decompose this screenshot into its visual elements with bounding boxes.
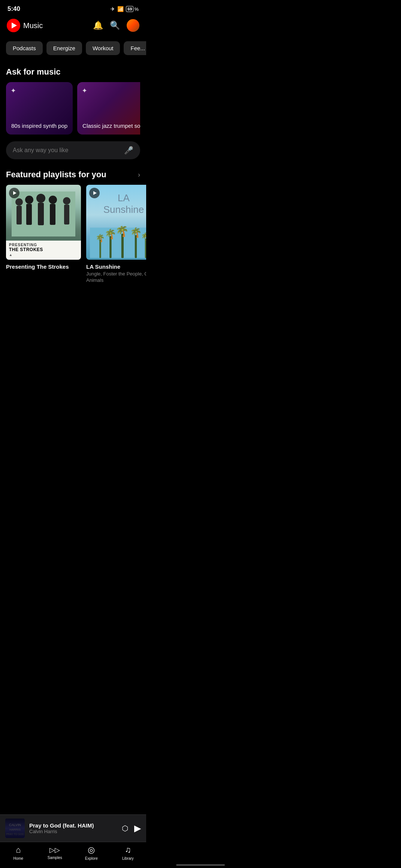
svg-point-5 xyxy=(36,194,45,203)
svg-point-9 xyxy=(63,197,70,205)
play-icon-strokes xyxy=(13,191,16,195)
avatar[interactable] xyxy=(127,19,139,32)
chip-feel[interactable]: Fee... xyxy=(124,41,146,55)
logo-play-icon xyxy=(12,22,17,28)
svg-text:🌴: 🌴 xyxy=(105,228,117,240)
playlist-cover-strokes: PRESENTING THE STROKES ▲ xyxy=(6,185,81,260)
strokes-name-text: THE STROKES xyxy=(9,247,78,252)
playlist-scroll: PRESENTING THE STROKES ▲ Presenting The … xyxy=(0,185,146,290)
svg-rect-14 xyxy=(109,236,111,258)
svg-point-7 xyxy=(49,196,57,204)
svg-rect-12 xyxy=(99,239,101,258)
ask-card-synth-pop[interactable]: ✦ 80s inspired synth pop xyxy=(6,82,73,135)
svg-text:🌴: 🌴 xyxy=(115,226,129,238)
ask-card-jazz[interactable]: ✦ Classic jazz trumpet solos xyxy=(77,82,140,135)
band-silhouette-svg xyxy=(12,192,75,236)
play-overlay-strokes[interactable] xyxy=(9,188,19,198)
la-playlist-subtitle: Jungle, Foster the People, Glass Animals xyxy=(86,271,146,284)
playlist-item-la-sunshine[interactable]: LASunshine 🌴 🌴 🌴 xyxy=(86,185,146,284)
search-icon[interactable]: 🔍 xyxy=(110,21,120,30)
battery-icon: 69% xyxy=(126,6,139,12)
svg-rect-6 xyxy=(38,203,44,225)
palms-row: 🌴 🌴 🌴 🌴 🌴 xyxy=(90,226,146,260)
mic-icon[interactable]: 🎤 xyxy=(124,146,133,155)
app-name: Music xyxy=(23,21,43,30)
playlist-item-strokes[interactable]: PRESENTING THE STROKES ▲ Presenting The … xyxy=(6,185,81,284)
chip-podcasts[interactable]: Podcasts xyxy=(6,41,43,55)
ask-card-1-text: 80s inspired synth pop xyxy=(11,122,67,130)
chip-energize[interactable]: Energize xyxy=(46,41,82,55)
svg-rect-16 xyxy=(121,234,124,258)
ask-card-2-text: Classic jazz trumpet solos xyxy=(82,122,140,130)
ask-input[interactable] xyxy=(13,147,124,154)
play-icon-la xyxy=(93,191,97,195)
status-icons: ✈ 📶 69% xyxy=(111,6,139,12)
strokes-arrow: ▲ xyxy=(9,253,78,257)
app-header: Music 🔔 🔍 xyxy=(0,16,146,38)
airplane-icon: ✈ xyxy=(111,6,115,12)
ask-cards-scroll: ✦ 80s inspired synth pop ✦ Classic jazz … xyxy=(6,82,140,136)
category-scroll: Podcasts Energize Workout Fee... xyxy=(0,38,146,61)
youtube-music-logo xyxy=(7,19,20,32)
ask-input-container[interactable]: 🎤 xyxy=(6,141,140,159)
svg-point-3 xyxy=(25,196,33,204)
la-playlist-name: LA Sunshine xyxy=(86,263,146,270)
strokes-label-area: PRESENTING THE STROKES ▲ xyxy=(6,241,81,260)
svg-text:🌴: 🌴 xyxy=(130,227,142,238)
status-bar: 5:40 ✈ 📶 69% xyxy=(0,0,146,16)
svg-rect-20 xyxy=(145,238,146,258)
logo-area: Music xyxy=(7,19,43,32)
featured-playlists-header: Featured playlists for you › xyxy=(0,162,146,185)
strokes-playlist-name: Presenting The Strokes xyxy=(6,263,81,270)
play-overlay-la[interactable] xyxy=(89,188,100,198)
svg-text:🌴: 🌴 xyxy=(141,232,146,241)
featured-playlists-chevron[interactable]: › xyxy=(138,171,140,179)
strokes-presenting-text: PRESENTING xyxy=(9,243,78,247)
playlist-cover-la-sunshine: LASunshine 🌴 🌴 🌴 xyxy=(86,185,146,260)
header-actions: 🔔 🔍 xyxy=(93,19,139,32)
sparkle-icon-1: ✦ xyxy=(10,87,16,95)
notification-icon[interactable]: 🔔 xyxy=(93,21,103,30)
la-sunshine-cover-text: LASunshine xyxy=(103,192,144,216)
status-time: 5:40 xyxy=(7,5,20,13)
featured-playlists-title: Featured playlists for you xyxy=(6,170,106,180)
sparkle-icon-2: ✦ xyxy=(82,87,87,95)
wifi-icon: 📶 xyxy=(117,6,124,12)
svg-rect-2 xyxy=(16,206,22,224)
chip-workout[interactable]: Workout xyxy=(86,41,120,55)
svg-rect-10 xyxy=(64,205,69,224)
palm-trees-svg: 🌴 🌴 🌴 🌴 🌴 xyxy=(90,226,146,260)
ask-for-music-title: Ask for music xyxy=(6,67,140,77)
battery-level: 69 xyxy=(126,6,133,12)
svg-text:🌴: 🌴 xyxy=(96,233,105,242)
svg-rect-4 xyxy=(26,204,32,225)
svg-point-1 xyxy=(15,198,23,206)
svg-rect-8 xyxy=(50,204,55,225)
svg-rect-18 xyxy=(135,235,137,258)
ask-for-music-section: Ask for music ✦ 80s inspired synth pop ✦… xyxy=(0,61,146,162)
